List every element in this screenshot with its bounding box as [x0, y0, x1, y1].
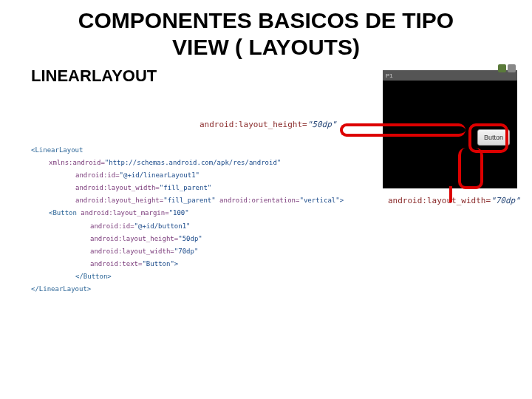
phone-status-icons	[498, 64, 516, 72]
code-attr: android:id=	[90, 222, 134, 230]
code-attr: android:layout_margin=	[81, 209, 168, 216]
code-attr: xmlns:android=	[49, 159, 105, 166]
code-str: "100"	[169, 209, 189, 216]
annotation-width: android:layout_width="70dp"	[388, 196, 520, 205]
code-str: "vertical">	[299, 197, 344, 204]
code-attr: android:layout_height=	[90, 235, 178, 242]
annotation-width-attr: android:layout_width=	[388, 196, 491, 205]
code-tag: <LinearLayout	[31, 146, 83, 154]
code-line: android:text="Button">	[31, 258, 344, 270]
annotation-height-val: "50dp"	[307, 120, 337, 129]
code-str: "50dp"	[178, 235, 202, 242]
code-str: "fill_parent"	[160, 184, 211, 191]
code-tag: </Button>	[75, 273, 112, 280]
code-line: </Button>	[31, 270, 344, 283]
title-line1: COMPONENTES BASICOS DE TIPO	[78, 8, 454, 33]
code-line: android:id="@+id/button1"	[31, 220, 344, 233]
code-attr: android:layout_height=	[75, 197, 163, 204]
phone-statusbar: P1	[383, 70, 517, 81]
annotation-width-val: "70dp"	[491, 196, 520, 205]
code-str: "70dp"	[174, 248, 199, 255]
code-attr: android:id=	[75, 171, 120, 179]
annotation-height: android:layout_height="50dp"	[200, 120, 336, 129]
red-annotation-box	[458, 148, 483, 189]
code-line: </LinearLayout>	[31, 283, 344, 296]
title-line2: VIEW ( LAYOUTS)	[172, 35, 360, 59]
red-annotation-box	[340, 123, 466, 137]
code-line: android:layout_height="50dp"	[31, 233, 344, 245]
code-attr: android:layout_width=	[90, 248, 174, 255]
code-line: <Button android:layout_margin="100"	[31, 207, 344, 219]
code-tag: <Button	[49, 209, 81, 216]
code-str: "Button">	[142, 260, 178, 267]
code-attr: android:layout_width=	[75, 184, 160, 191]
code-line: android:layout_width="fill_parent"	[31, 182, 344, 194]
code-attr: android:orientation=	[216, 197, 300, 204]
slide-title: COMPONENTES BASICOS DE TIPO VIEW ( LAYOU…	[0, 0, 532, 61]
code-line: xmlns:android="http://schemas.android.co…	[31, 157, 344, 169]
signal-icon	[508, 64, 516, 72]
code-line: <LinearLayout	[31, 144, 344, 157]
battery-icon	[498, 64, 506, 72]
annotation-height-attr: android:layout_height=	[200, 120, 307, 129]
red-annotation-line	[449, 186, 452, 202]
code-line: android:id="@+id/linearLayout1"	[31, 169, 344, 182]
code-line: android:layout_width="70dp"	[31, 245, 344, 258]
xml-code-block: <LinearLayout xmlns:android="http://sche…	[31, 144, 344, 296]
code-str: "fill_parent"	[163, 197, 215, 204]
code-line: android:layout_height="fill_parent" andr…	[31, 194, 344, 207]
code-str: "@+id/button1"	[134, 222, 191, 230]
code-str: "http://schemas.android.com/apk/res/andr…	[105, 159, 281, 166]
phone-title: P1	[386, 72, 393, 79]
code-attr: android:text=	[90, 260, 142, 267]
code-tag: </LinearLayout>	[31, 285, 91, 293]
code-str: "@+id/linearLayout1"	[120, 171, 200, 179]
